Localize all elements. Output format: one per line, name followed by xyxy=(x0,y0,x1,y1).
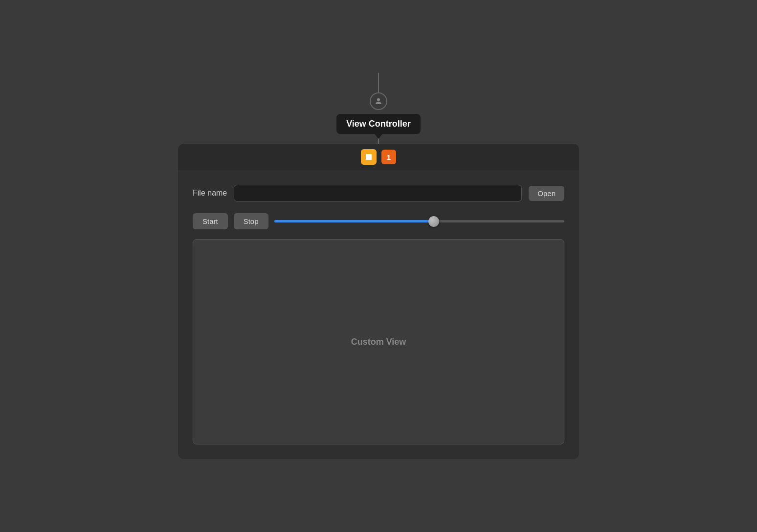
badge-number: 1 xyxy=(387,153,391,161)
tooltip-label: View Controller xyxy=(346,119,411,129)
open-button[interactable]: Open xyxy=(529,186,564,201)
toolbar-bar: 1 xyxy=(178,144,579,170)
svg-rect-1 xyxy=(366,154,372,160)
stop-button[interactable]: Stop xyxy=(234,213,268,229)
stop-icon-small xyxy=(364,153,373,161)
file-name-label: File name xyxy=(193,189,227,198)
file-name-row: File name Open xyxy=(193,185,564,201)
custom-view-label: Custom View xyxy=(351,337,406,347)
main-panel: File name Open Start Stop C xyxy=(178,170,579,459)
person-icon xyxy=(374,97,383,106)
toolbar-yellow-icon xyxy=(361,149,377,165)
view-controller-icon xyxy=(370,92,387,110)
svg-point-0 xyxy=(377,98,380,101)
slider-fill xyxy=(274,220,434,222)
slider-container[interactable] xyxy=(274,217,564,226)
slider-track xyxy=(274,220,564,222)
controls-row: Start Stop xyxy=(193,213,564,229)
scene-container: View Controller 1 File name Open Start xyxy=(178,73,579,459)
connector-line-top xyxy=(378,73,379,92)
start-button[interactable]: Start xyxy=(193,213,228,229)
custom-view-area: Custom View xyxy=(193,239,564,444)
view-controller-tooltip: View Controller xyxy=(336,114,421,134)
toolbar-badge: 1 xyxy=(381,150,396,164)
slider-thumb[interactable] xyxy=(428,216,439,227)
file-name-input[interactable] xyxy=(234,185,522,201)
